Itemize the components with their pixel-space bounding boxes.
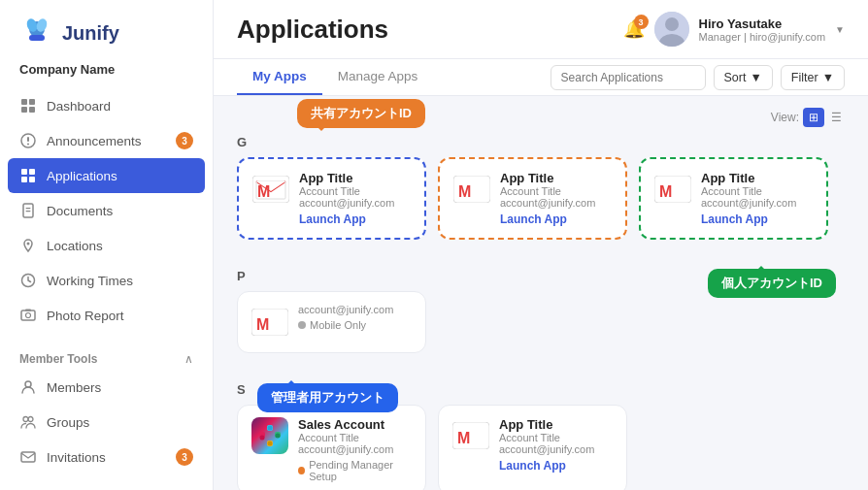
svg-rect-20 (21, 310, 35, 320)
section-g: G (237, 135, 845, 149)
announcements-badge: 3 (176, 132, 193, 149)
svg-point-44 (268, 426, 273, 431)
sidebar-item-members-label: Members (47, 380, 101, 395)
svg-rect-11 (21, 169, 27, 175)
svg-rect-7 (29, 107, 35, 113)
sidebar-item-groups[interactable]: Groups (0, 405, 213, 440)
member-tools-section: Member Tools ∧ (0, 341, 213, 370)
mobile-only-dot (298, 321, 306, 329)
grid-icon (19, 97, 37, 114)
section-g-apps: 共有アカウントID M App Title Account Title acco… (237, 157, 845, 240)
svg-text:M: M (458, 183, 471, 200)
app-info-2: App Title Account Title account@junify.c… (500, 171, 612, 226)
app-title-s1: Sales Account (298, 417, 412, 432)
company-name: Company Name (0, 62, 213, 88)
tab-search-area: Sort ▼ Filter ▼ (551, 65, 845, 90)
svg-rect-22 (25, 310, 31, 311)
sidebar-item-dashboard[interactable]: Dashboard (0, 88, 213, 123)
groups-icon (19, 413, 37, 431)
launch-app-g2[interactable]: Launch App (500, 212, 612, 226)
account-email-g1: account@junify.com (299, 197, 411, 209)
app-info-3: App Title Account Title account@junify.c… (701, 171, 813, 226)
sidebar-item-locations[interactable]: Locations (0, 228, 213, 263)
account-email-p: account@junify.com (298, 304, 412, 315)
doc-icon (19, 202, 37, 219)
members-icon (19, 378, 37, 396)
sort-button[interactable]: Sort ▼ (714, 65, 773, 90)
app-title-g2: App Title (500, 171, 612, 185)
gmail-logo-1: M (252, 171, 289, 208)
loc-icon (19, 237, 37, 254)
section-p-apps: 管理者用アカウント M account@junify.com Mobile On… (237, 291, 845, 353)
svg-rect-3 (29, 35, 45, 41)
sort-chevron-icon: ▼ (750, 71, 761, 84)
app-card-inner-3: M App Title Account Title account@junify… (654, 171, 813, 226)
sidebar-item-members[interactable]: Members (0, 370, 213, 405)
launch-app-g3[interactable]: Launch App (701, 212, 813, 226)
filter-button[interactable]: Filter ▼ (781, 65, 845, 90)
invitations-badge: 3 (176, 448, 193, 466)
tab-my-apps[interactable]: My Apps (237, 59, 322, 95)
main-content: Applications 🔔 3 Hiro Yasutake Manager |… (214, 0, 868, 490)
grid-view-icon[interactable]: ⊞ (803, 108, 824, 127)
view-label: View: (771, 111, 799, 124)
account-email-s2: account@junify.com (499, 443, 613, 455)
sidebar-item-invitations-label: Invitations (47, 450, 106, 465)
gmail-red-logo: M (251, 304, 288, 341)
app-info-s2: App Title Account Title account@junify.c… (499, 417, 613, 473)
bell-wrapper[interactable]: 🔔 3 (623, 18, 645, 40)
account-title-s2: Account Title (499, 432, 613, 443)
app-card-g-1: 共有アカウントID M App Title Account Title acco… (237, 157, 426, 240)
list-view-icon[interactable]: ☰ (828, 108, 845, 127)
app-card-inner-2: M App Title Account Title account@junify… (453, 171, 612, 226)
clock-icon (19, 272, 37, 289)
launch-app-g1[interactable]: Launch App (299, 212, 411, 226)
svg-rect-10 (27, 144, 29, 146)
pending-dot (298, 467, 305, 474)
launch-app-s2[interactable]: Launch App (499, 459, 613, 473)
member-tools-label: Member Tools (19, 352, 97, 366)
account-title-g1: Account Title (299, 185, 411, 197)
company-settings-section: Company Settings ∨ (0, 482, 213, 490)
tab-manage-apps[interactable]: Manage Apps (322, 59, 434, 95)
svg-rect-9 (27, 137, 29, 142)
pending-setup-s1: Pending Manager Setup (298, 459, 412, 482)
callout-shared: 共有アカウントID (297, 99, 425, 128)
svg-point-23 (25, 381, 31, 387)
member-tools-chevron[interactable]: ∧ (184, 352, 193, 366)
app-card-g-3: 個人アカウントID M App Title Account Title acco… (639, 157, 828, 240)
app-card-s1-inner: Sales Account Account Title account@juni… (251, 417, 412, 482)
sidebar-item-documents-label: Documents (47, 204, 113, 218)
user-details: Hiro Yasutake Manager | hiro@junify.com (699, 16, 826, 43)
sidebar-item-groups-label: Groups (47, 415, 89, 430)
sidebar-item-documents[interactable]: Documents (0, 193, 213, 228)
apps-icon (19, 167, 37, 184)
search-input[interactable] (551, 65, 706, 90)
sidebar-item-photo-report[interactable]: Photo Report (0, 298, 213, 333)
sidebar-item-invitations[interactable]: Invitations 3 (0, 440, 213, 474)
svg-rect-12 (29, 169, 35, 175)
sidebar-item-photo-report-label: Photo Report (47, 309, 124, 323)
gmail-logo-2: M (453, 171, 490, 208)
sidebar-item-applications[interactable]: Applications (8, 158, 205, 193)
app-card-inner: M App Title Account Title account@junify… (252, 171, 411, 226)
svg-text:M: M (659, 183, 672, 200)
user-dropdown-arrow[interactable]: ▼ (835, 24, 845, 35)
avatar (654, 12, 689, 47)
user-info: 🔔 3 Hiro Yasutake Manager | hiro@junify.… (623, 12, 846, 47)
slack-logo (251, 417, 288, 454)
svg-rect-16 (26, 208, 31, 209)
app-title-g3: App Title (701, 171, 813, 185)
logo-text: Junify (62, 22, 119, 45)
svg-rect-26 (21, 452, 35, 462)
app-title-s2: App Title (499, 417, 613, 432)
sidebar: Junify Company Name Dashboard Announceme… (0, 0, 214, 490)
page-title: Applications (237, 15, 388, 45)
sidebar-item-working-times[interactable]: Working Times (0, 263, 213, 298)
svg-text:M: M (256, 316, 269, 333)
svg-rect-14 (29, 177, 35, 182)
app-card-p-inner: M account@junify.com Mobile Only (251, 304, 412, 341)
sidebar-item-announcements[interactable]: Announcements 3 (0, 123, 213, 158)
app-card-s2-inner: M App Title Account Title account@junify… (452, 417, 613, 473)
app-info-1: App Title Account Title account@junify.c… (299, 171, 411, 226)
